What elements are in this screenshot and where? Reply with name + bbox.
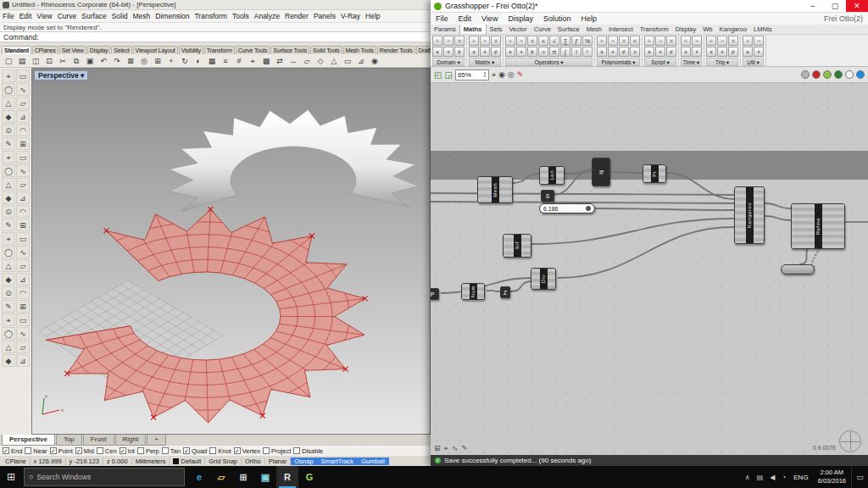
osnap-disable[interactable]: Disable: [293, 447, 323, 455]
grasshopper-canvas[interactable]: MeshLenNPtSrfS6.186KangarooRefineNumDivZ…: [431, 67, 868, 466]
palette-group-label[interactable]: Domain ▾: [432, 58, 465, 66]
taskbar-app-photos[interactable]: ▣: [254, 466, 276, 488]
component-icon[interactable]: −: [717, 36, 727, 46]
taskbar-app-rhino[interactable]: R: [276, 466, 298, 488]
osnap-cen[interactable]: Cen: [97, 447, 117, 455]
pan-icon[interactable]: ↔: [287, 55, 300, 67]
osnap-mid[interactable]: ✓Mid: [75, 447, 94, 455]
tool-icon[interactable]: ◠: [16, 205, 30, 218]
tool-icon[interactable]: ⌖: [2, 69, 15, 82]
osnap-end[interactable]: ✓End: [3, 447, 22, 455]
tool-icon[interactable]: ⊿: [16, 354, 30, 367]
menu-solid[interactable]: Solid: [109, 12, 131, 20]
checkbox[interactable]: ✓: [120, 447, 126, 454]
tool-icon[interactable]: △: [2, 178, 15, 191]
tool-icon[interactable]: ◆: [2, 191, 15, 204]
gh-tab-curve[interactable]: Curve: [531, 25, 554, 34]
gh-node-srf[interactable]: Srf: [503, 234, 531, 258]
plane-icon[interactable]: ▱: [300, 55, 314, 67]
display-ball-icon[interactable]: [856, 70, 865, 79]
gh-tab-display[interactable]: Display: [672, 25, 700, 34]
menu-surface[interactable]: Surface: [79, 12, 108, 20]
polyline-icon[interactable]: ⊿: [354, 55, 368, 67]
tool-icon[interactable]: ⊿: [16, 191, 30, 204]
volume-icon[interactable]: ◀: [766, 474, 778, 481]
rectangle-icon[interactable]: ▭: [341, 55, 354, 67]
component-icon[interactable]: %: [582, 36, 593, 46]
toolbar-tab-select[interactable]: Select: [111, 46, 131, 54]
component-icon[interactable]: +: [443, 47, 453, 57]
palette-group-label[interactable]: Matrix ▾: [469, 58, 501, 66]
component-icon[interactable]: !: [571, 47, 581, 57]
component-icon[interactable]: +: [516, 47, 526, 57]
tool-icon[interactable]: ⊞: [16, 300, 30, 313]
component-icon[interactable]: ×: [432, 47, 442, 57]
taskbar-app-store[interactable]: ⊞: [232, 466, 254, 488]
component-icon[interactable]: >: [538, 47, 548, 57]
menu-tools[interactable]: Tools: [230, 12, 252, 20]
checkbox[interactable]: ✓: [183, 447, 190, 454]
status-toggle-osnap[interactable]: Osnap: [291, 458, 317, 465]
component-icon[interactable]: ÷: [743, 36, 753, 46]
menu-panels[interactable]: Panels: [311, 12, 338, 20]
y-coordinate[interactable]: y -219.123: [66, 458, 103, 465]
menu-curve[interactable]: Curve: [55, 12, 80, 20]
tool-icon[interactable]: ⊞: [16, 137, 30, 150]
chevron-up-icon[interactable]: ∧: [742, 474, 754, 481]
tool-icon[interactable]: ∿: [16, 246, 30, 258]
tool-icon[interactable]: ⊙: [2, 124, 15, 136]
component-icon[interactable]: −: [608, 36, 618, 46]
tool-icon[interactable]: △: [2, 97, 15, 109]
tool-icon[interactable]: ◯: [2, 164, 15, 177]
layers-icon[interactable]: ▦: [205, 55, 219, 67]
display-ball-icon[interactable]: [823, 70, 832, 79]
rotate-view-icon[interactable]: ↻: [178, 55, 192, 67]
checkbox[interactable]: [209, 447, 216, 454]
status-toggle-planar[interactable]: Planar: [265, 458, 292, 465]
tool-icon[interactable]: △: [2, 259, 15, 272]
checkbox[interactable]: ✓: [75, 447, 82, 454]
network-icon[interactable]: ◔: [778, 474, 789, 481]
delete-icon[interactable]: ⊠: [124, 55, 137, 67]
osnap-int[interactable]: ✓Int: [120, 447, 135, 455]
checkbox[interactable]: [263, 447, 270, 454]
toolbar-tab-mesh-tools[interactable]: Mesh Tools: [343, 46, 376, 54]
component-icon[interactable]: ÷: [505, 36, 515, 46]
osnap-perp[interactable]: Perp: [137, 447, 159, 455]
tool-icon[interactable]: ∿: [16, 327, 30, 340]
component-icon[interactable]: ×: [469, 47, 479, 57]
component-icon[interactable]: π: [549, 47, 559, 57]
component-icon[interactable]: ≠: [728, 47, 738, 57]
redo-icon[interactable]: ↷: [110, 55, 124, 67]
menu-view[interactable]: View: [34, 12, 54, 20]
component-icon[interactable]: ∑: [560, 36, 570, 46]
language-indicator[interactable]: ENG: [789, 474, 812, 481]
zoom-extents-icon[interactable]: ⊞: [151, 55, 164, 67]
component-icon[interactable]: +: [608, 47, 618, 57]
toolbar-tab-display[interactable]: Display: [87, 46, 111, 54]
osnap-project[interactable]: Project: [263, 447, 291, 455]
sketch-icon[interactable]: ✎: [461, 444, 468, 453]
triangle-icon[interactable]: △: [327, 55, 341, 67]
gh-menu-solution[interactable]: Solution: [538, 14, 576, 23]
points-icon[interactable]: ◇: [314, 55, 327, 67]
tool-icon[interactable]: ▱: [16, 341, 30, 353]
component-icon[interactable]: ÷: [706, 36, 716, 46]
cursor-icon[interactable]: ⌖: [492, 70, 496, 80]
tool-icon[interactable]: ▱: [16, 178, 30, 191]
toolbar-tab-viewport-layout[interactable]: Viewport Layout: [133, 46, 178, 54]
component-icon[interactable]: √: [549, 36, 559, 46]
component-icon[interactable]: ÷: [644, 36, 654, 46]
osnap-toggle-icon[interactable]: ⌖: [246, 55, 259, 67]
component-icon[interactable]: +: [480, 47, 490, 57]
component-icon[interactable]: =: [619, 36, 629, 46]
component-icon[interactable]: <: [538, 36, 548, 46]
cplane-button[interactable]: CPlane: [2, 458, 31, 465]
curve-tool-icon[interactable]: ∿: [452, 444, 459, 453]
osnap-knot[interactable]: Knot: [209, 447, 231, 455]
checkbox[interactable]: [25, 447, 31, 454]
gh-tab-surface[interactable]: Surface: [554, 25, 583, 34]
shade-icon[interactable]: ◐: [192, 55, 205, 67]
menu-mesh[interactable]: Mesh: [131, 12, 153, 20]
properties-icon[interactable]: ≡: [219, 55, 232, 67]
